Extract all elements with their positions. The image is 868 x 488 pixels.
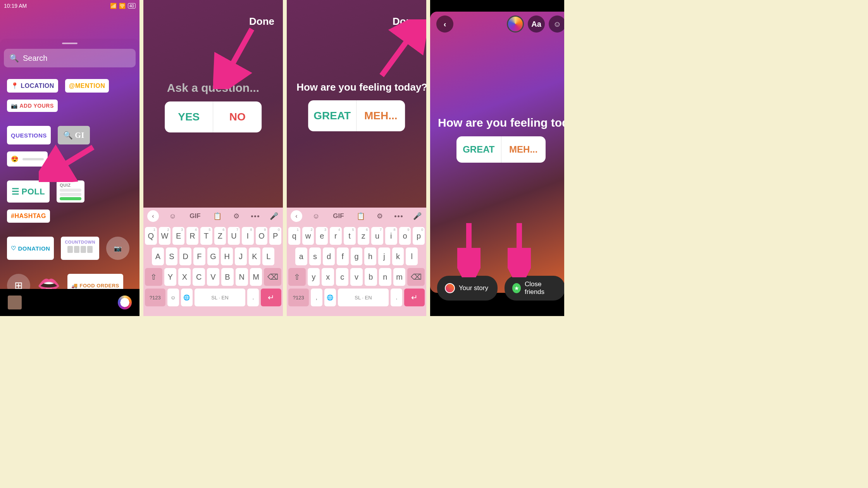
key-g[interactable]: G: [207, 247, 219, 265]
key-a[interactable]: A: [152, 247, 164, 265]
sticker-gif[interactable]: 🔍GI: [58, 126, 90, 144]
back-button[interactable]: ‹: [436, 15, 453, 33]
key-c[interactable]: c: [336, 268, 348, 286]
close-friends-button[interactable]: ★ Close friends: [505, 276, 564, 301]
key-w[interactable]: w2: [302, 227, 314, 245]
kb-gif-button[interactable]: GIF: [330, 212, 347, 220]
key-w[interactable]: W2: [159, 227, 171, 245]
key-f[interactable]: f: [337, 247, 349, 265]
sticker-quiz[interactable]: QUIZ: [57, 180, 84, 203]
key-b[interactable]: B: [221, 268, 234, 286]
key-lang[interactable]: 🌐: [181, 289, 193, 306]
key-y[interactable]: y: [308, 268, 320, 286]
poll-question-placeholder[interactable]: Ask a question...: [153, 81, 273, 95]
key-numswitch[interactable]: ?123: [145, 289, 165, 306]
key-x[interactable]: x: [322, 268, 334, 286]
key-enter[interactable]: ↵: [404, 289, 425, 306]
key-i[interactable]: I8: [242, 227, 254, 245]
sticker-addyours[interactable]: 📷ADD YOURS: [7, 100, 58, 112]
key-a[interactable]: a: [295, 247, 307, 265]
key-l[interactable]: L: [262, 247, 274, 265]
text-tool-button[interactable]: Aa: [528, 15, 545, 33]
capture-ring[interactable]: [118, 296, 132, 309]
kb-settings-icon[interactable]: ⚙: [231, 211, 241, 221]
gallery-thumbnail[interactable]: [8, 296, 22, 309]
done-button[interactable]: Done: [249, 15, 274, 27]
key-b[interactable]: b: [365, 268, 377, 286]
kb-clipboard-icon[interactable]: 📋: [356, 211, 366, 221]
kb-more-icon[interactable]: [250, 211, 260, 221]
key-d[interactable]: D: [179, 247, 191, 265]
kb-sticker-icon[interactable]: ☺: [311, 211, 321, 221]
sticker-donation[interactable]: ♡DONATION: [7, 237, 54, 260]
key-z[interactable]: Z6: [214, 227, 226, 245]
sticker-emoji-slider[interactable]: 😍: [7, 151, 48, 167]
key-k[interactable]: K: [249, 247, 261, 265]
key-shift[interactable]: ⇧: [145, 268, 162, 286]
key-backspace[interactable]: ⌫: [407, 268, 425, 286]
poll-question[interactable]: How are you feeling today?: [296, 81, 417, 93]
key-e[interactable]: e3: [316, 227, 328, 245]
sticker-countdown[interactable]: COUNTDOWN: [61, 237, 99, 260]
key-j[interactable]: J: [235, 247, 247, 265]
kb-mic-icon[interactable]: 🎤: [412, 211, 422, 221]
sticker-questions[interactable]: QUESTIONS: [7, 126, 51, 144]
done-button[interactable]: Done: [393, 15, 418, 27]
key-x[interactable]: X: [178, 268, 191, 286]
poll-widget[interactable]: Ask a question... YES NO: [153, 81, 273, 132]
key-shift[interactable]: ⇧: [288, 268, 306, 286]
key-c[interactable]: C: [193, 268, 205, 286]
sticker-poll[interactable]: ☰ POLL: [7, 180, 50, 203]
kb-sticker-icon[interactable]: ☺: [168, 211, 178, 221]
key-p[interactable]: P0: [269, 227, 281, 245]
key-t[interactable]: t5: [344, 227, 356, 245]
key-u[interactable]: u7: [371, 227, 383, 245]
kb-settings-icon[interactable]: ⚙: [375, 211, 385, 221]
key-k[interactable]: k: [392, 247, 404, 265]
poll-option-1[interactable]: GREAT: [456, 136, 501, 163]
kb-mic-icon[interactable]: 🎤: [269, 211, 279, 221]
kb-gif-button[interactable]: GIF: [186, 212, 203, 220]
key-h[interactable]: h: [364, 247, 376, 265]
key-i[interactable]: i8: [385, 227, 397, 245]
sticker-camera[interactable]: 📷: [106, 237, 129, 260]
key-y[interactable]: Y: [164, 268, 177, 286]
poll-option-1[interactable]: GREAT: [308, 100, 357, 131]
sticker-tool-button[interactable]: ☺: [549, 15, 564, 33]
search-input[interactable]: 🔍 Search: [4, 49, 136, 67]
sticker-mention[interactable]: @MENTION: [65, 79, 109, 93]
key-space[interactable]: SL · EN: [338, 289, 389, 306]
key-lang[interactable]: 🌐: [324, 289, 336, 306]
kb-back-button[interactable]: ‹: [291, 210, 302, 222]
key-p[interactable]: p0: [413, 227, 425, 245]
key-r[interactable]: r4: [330, 227, 342, 245]
key-period[interactable]: .: [391, 289, 402, 306]
key-n[interactable]: n: [379, 268, 391, 286]
kb-clipboard-icon[interactable]: 📋: [212, 211, 222, 221]
poll-option-2[interactable]: NO: [214, 101, 262, 132]
key-h[interactable]: H: [221, 247, 233, 265]
key-o[interactable]: O9: [256, 227, 268, 245]
sheet-grabber[interactable]: [62, 43, 78, 44]
key-space[interactable]: SL · EN: [195, 289, 246, 306]
key-comma[interactable]: ,: [311, 289, 322, 306]
key-d[interactable]: d: [323, 247, 335, 265]
key-numswitch[interactable]: ?123: [288, 289, 309, 306]
poll-option-2[interactable]: MEH...: [501, 136, 546, 163]
key-q[interactable]: q1: [288, 227, 300, 245]
key-z[interactable]: z6: [358, 227, 370, 245]
key-v[interactable]: v: [350, 268, 363, 286]
poll-widget[interactable]: How are you feeling today? GREAT MEH...: [430, 116, 564, 163]
key-o[interactable]: o9: [399, 227, 411, 245]
key-s[interactable]: s: [309, 247, 321, 265]
poll-option-1[interactable]: YES: [165, 101, 214, 132]
key-backspace[interactable]: ⌫: [264, 268, 281, 286]
key-period[interactable]: .: [247, 289, 259, 306]
color-tool-button[interactable]: [507, 15, 524, 33]
key-emoji[interactable]: ☺: [167, 289, 179, 306]
key-m[interactable]: m: [393, 268, 406, 286]
sticker-location[interactable]: 📍LOCATION: [7, 79, 58, 93]
kb-back-button[interactable]: ‹: [147, 210, 159, 222]
key-m[interactable]: M: [250, 268, 262, 286]
key-f[interactable]: F: [193, 247, 205, 265]
